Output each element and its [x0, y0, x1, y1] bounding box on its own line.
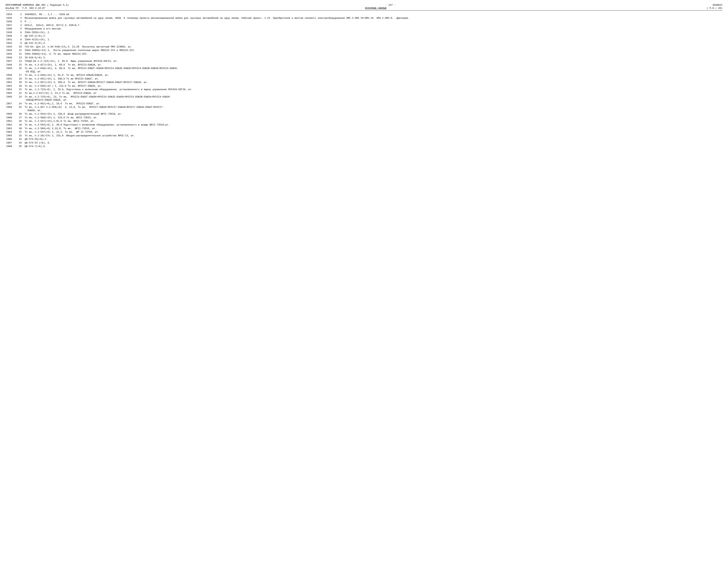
table-row: I9542IТо же, п.2-723(=6), I, IO,6, Подго…: [6, 88, 722, 91]
row-num: I4: [17, 59, 24, 63]
row-text: То же, п.2-547(=I4),I,9I,0 То же, ШРII-7…: [24, 119, 722, 123]
row-num: I9: [17, 81, 24, 84]
row-text: То же, п.2-554(=I4) 2, I3O,0 Шкаф распре…: [24, 112, 722, 116]
row-text: То же, п.2-723(=6), I3, То же, ЯУ5II4-ОЗ…: [24, 95, 722, 102]
row-id: I967: [6, 141, 17, 145]
row-text: То же,п.2-6I7(=6) I, I3,4 То же, ЯУ5II3-…: [24, 91, 722, 95]
table-row: I944III504-I8093(=I4) 2, Посты управлени…: [6, 49, 722, 52]
row-id: I949: [6, 67, 17, 73]
row-num: 32: [17, 134, 24, 138]
row-id: I968: [6, 145, 17, 148]
table-row: I96I28То же, п.2-547(=I4),I,9I,0 То же, …: [6, 119, 722, 123]
table-row: I9374Н23=2, Н24=2, Н25=3, Н27=I,2, Н28=0…: [6, 24, 722, 27]
table-row: I95623То же, п.2-723(=6), I3, То же, ЯУ5…: [6, 95, 722, 102]
table-row: I96633Ц8-574-55(=6),2.: [6, 137, 722, 141]
row-id: I960: [6, 116, 17, 120]
row-num: 35: [17, 145, 24, 148]
row-num: 2I: [17, 88, 24, 91]
row-text: Ц8-574-55(=6),2.: [24, 137, 722, 141]
subtitle-center: ИСХОДНЫЕ ДАННЫЕ: [365, 7, 387, 10]
row-id: I948: [6, 63, 17, 67]
table-row: I949I6То же, п.2-648(=I4), 4, 88,0 То же…: [6, 67, 722, 73]
table-row: I9363П ...: [6, 20, 722, 24]
row-id: I935: [6, 16, 17, 20]
header-top: ПРОГРАММНЫЙ КОМПЛЕКС АВС-ЗЕС ( Редакция …: [6, 4, 722, 6]
row-num: 26: [17, 112, 24, 116]
table-row: I9396I504-IOIO(=I4), 2.: [6, 31, 722, 34]
row-num: 23: [17, 95, 24, 102]
row-id: I940: [6, 34, 17, 38]
row-num: I: [17, 13, 24, 16]
table-row: I96734Ц8-574-53 (=6), 6.: [6, 141, 722, 145]
row-id: I945: [6, 52, 17, 56]
title-left: ПРОГРАММНЫЙ КОМПЛЕКС АВС-ЗЕС ( Редакция …: [6, 4, 69, 6]
row-num: 7: [17, 34, 24, 38]
row-text: 3484002I, Н9... I,I ... 3320 м3: [24, 13, 722, 16]
row-id: I959: [6, 112, 17, 116]
row-num: I5: [17, 63, 24, 67]
row-num: I2: [17, 52, 24, 56]
row-id: I957: [6, 102, 17, 106]
row-num: 20: [17, 84, 24, 88]
row-text: Ц8-574-53 (=6), 6.: [24, 141, 722, 145]
row-text: I504-4II5(=I4), I.: [24, 38, 722, 42]
row-text: ТСКЦЭ-84 п.2-723(=I4), I. 85,0 Ящик упра…: [24, 59, 722, 63]
row-num: 9: [17, 41, 24, 45]
row-text: Механизированная мойка для грузовых авто…: [24, 16, 722, 20]
row-text: То же, п.2-723(=6), I, IO,6, Подготовка …: [24, 88, 722, 91]
row-text: То же, п.2-657 п.2-658(=6) 4, 22,0, То ж…: [24, 105, 722, 112]
table-row: I934I3484002I, Н9... I,I ... 3320 м3: [6, 13, 722, 16]
row-text: То же, п.2-657(=I4) 3, IO9,0 То же, ЯУ5I…: [24, 81, 722, 84]
table-row: I95926То же, п.2-554(=I4) 2, I3O,0 Шкаф …: [6, 112, 722, 116]
row-num: 4: [17, 24, 24, 27]
row-id: I952: [6, 81, 17, 84]
table-row: I952I9То же, п.2-657(=I4) 3, IO9,0 То же…: [6, 81, 722, 84]
row-text: То же, п.2-6I7(=I4), I, 69,0 То же, ЯУ5I…: [24, 63, 722, 67]
row-id: I962: [6, 123, 17, 127]
row-num: I8: [17, 77, 24, 81]
header-bottom: Альбом УП Т.П. 503-3-19-87 ИСХОДНЫЕ ДАНН…: [6, 7, 722, 10]
row-text: ТI5-04. Доп.I2. п.04-549(=I4),3. I2,20 П…: [24, 45, 722, 49]
row-id: I950: [6, 73, 17, 77]
table-row: I96835Ц8-574-7(=6),6.: [6, 145, 722, 148]
title-center: - 157 -: [386, 4, 396, 6]
row-text: То же, п.2-658(=I4 ) I, II2,0 То же, ЯУ5…: [24, 84, 722, 88]
table-row: I96330То же, п.2-560(=6) 2,33,9, То же, …: [6, 127, 722, 130]
row-id: I936: [6, 20, 17, 24]
row-num: 29: [17, 123, 24, 127]
row-text: То же, п.2-65I(=I4) I, IOO,0 То же ЯУ5II…: [24, 77, 722, 81]
row-num: 30: [17, 127, 24, 130]
row-text: П ...: [24, 20, 722, 24]
row-text: I8-529-5(=6) 5.: [24, 56, 722, 60]
row-num: 6: [17, 31, 24, 34]
row-text: То же, п.2-560(=I4) 2, I33,0 То же, ШРII…: [24, 116, 722, 120]
table-row: I945I2I504-I8094(=I4), 3, То же, марки П…: [6, 52, 722, 56]
row-text: То же, п.2-649(=I4) I, 9I,0 То же, ЯУ5II…: [24, 73, 722, 77]
row-text: То же, п.2-560(=6) 2,33,9, То же, ШРII-7…: [24, 127, 722, 130]
row-id: I938: [6, 27, 17, 31]
row-id: I96I: [6, 119, 17, 123]
row-id: I937: [6, 24, 17, 27]
title-right: 484002I: [712, 4, 722, 6]
table-row: I950I7То же, п.2-649(=I4) I, 9I,0 То же,…: [6, 73, 722, 77]
row-num: 25: [17, 105, 24, 112]
table-row: I95II8То же, п.2-65I(=I4) I, IOO,0 То же…: [6, 77, 722, 81]
row-text: Ц8-525-2(=6),2.: [24, 34, 722, 38]
row-num: 33: [17, 137, 24, 141]
subtitle-album: Альбом УП: [6, 7, 18, 10]
row-num: 24: [17, 102, 24, 106]
row-text: I504-IOIO(=I4), 2.: [24, 31, 722, 34]
row-num: I3: [17, 56, 24, 60]
table-row: I9429Ц8-53I-4(=6),4.: [6, 41, 722, 45]
subtitle-tp: Т.П. 503-3-19-87: [22, 7, 45, 10]
table-row: I946I3I8-529-5(=6) 5.: [6, 56, 722, 60]
table-row: I95522То же,п.2-6I7(=6) I, I3,4 То же, Я…: [6, 91, 722, 95]
row-id: I958: [6, 105, 17, 112]
row-id: I944: [6, 49, 17, 52]
row-id: I965: [6, 134, 17, 138]
row-text: То же, п.2-554(=6) 2, 30,8 Подготовка к …: [24, 123, 722, 127]
row-text: Ц8-53I-4(=6),4.: [24, 41, 722, 45]
row-id: I964: [6, 130, 17, 134]
row-id: I955: [6, 91, 17, 95]
row-text: I504-I8094(=I4), 3, То же, марки ПКЕ222-…: [24, 52, 722, 56]
